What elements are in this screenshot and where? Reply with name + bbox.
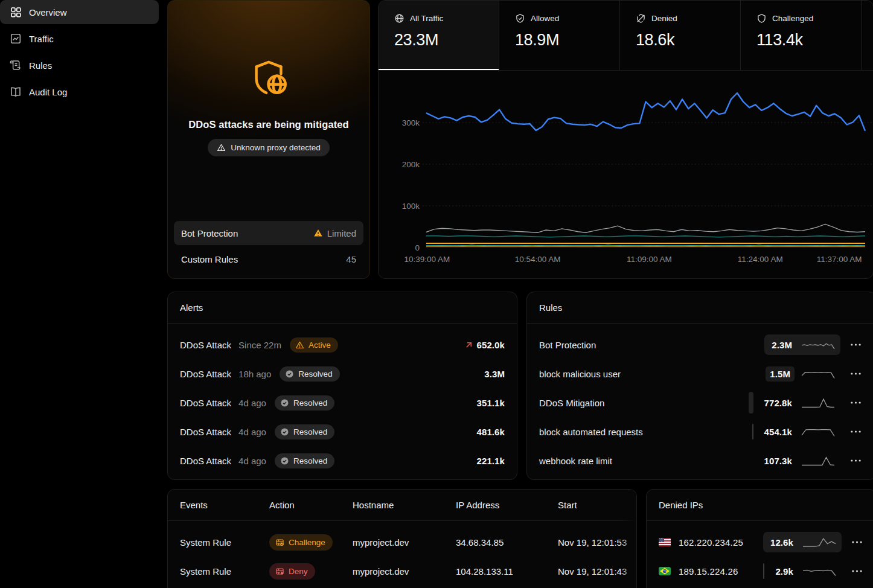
rule-name: DDoS Mitigation bbox=[539, 398, 749, 408]
denied-ip-value: 12.6k bbox=[768, 536, 796, 549]
events-rows: System RuleChallengemyproject.dev34.68.3… bbox=[168, 521, 636, 586]
alert-time: Since 22m bbox=[238, 340, 281, 350]
sidebar: OverviewTrafficRulesAudit Log bbox=[0, 0, 167, 588]
tab-value: 18.9M bbox=[515, 31, 619, 50]
summary-label: Custom Rules bbox=[181, 254, 238, 264]
x-axis-tick: 10:39:00 AM bbox=[405, 255, 450, 264]
alert-name: DDoS Attack bbox=[180, 340, 231, 350]
alert-value: 481.6k bbox=[477, 427, 505, 437]
sidebar-item-rules[interactable]: Rules bbox=[0, 53, 159, 77]
tab-value: 18.6k bbox=[636, 31, 740, 50]
rule-value: 107.3k bbox=[762, 455, 795, 467]
check-circle-icon bbox=[280, 398, 289, 407]
tab-label-group: Denied bbox=[636, 13, 740, 24]
rule-row[interactable]: Bot Protection2.3M bbox=[527, 330, 873, 359]
series-blue bbox=[426, 93, 865, 131]
sidebar-item-audit-log[interactable]: Audit Log bbox=[0, 80, 159, 104]
tab-denied[interactable]: Denied18.6k bbox=[620, 1, 741, 70]
summary-row-bot-protection[interactable]: Bot ProtectionLimited bbox=[174, 221, 363, 245]
alert-status-label: Active bbox=[309, 340, 331, 350]
alert-row[interactable]: DDoS AttackSince 22mActive652.0k bbox=[168, 330, 517, 359]
x-axis-tick: 11:24:00 AM bbox=[738, 255, 783, 264]
tab-label: Challenged bbox=[772, 14, 813, 23]
tab-all-traffic[interactable]: All Traffic23.3M bbox=[379, 1, 499, 70]
rule-menu-button[interactable] bbox=[845, 426, 866, 437]
sidebar-item-label: Traffic bbox=[29, 34, 54, 44]
sparkline bbox=[802, 564, 837, 578]
events-header: EventsActionHostnameIP AddressStart bbox=[168, 490, 636, 521]
alert-value: 221.1k bbox=[477, 456, 505, 466]
tab-label: Denied bbox=[651, 14, 677, 23]
rule-menu-button[interactable] bbox=[845, 397, 866, 408]
rule-menu-button[interactable] bbox=[845, 368, 866, 379]
denied-ips-panel: Denied IPs 162.220.234.2512.6k189.15.224… bbox=[646, 489, 873, 588]
traffic-card: All Traffic23.3MAllowed18.9MDenied18.6kC… bbox=[378, 0, 873, 279]
event-hostname: myproject.dev bbox=[353, 537, 456, 548]
tab-label: Allowed bbox=[531, 14, 559, 23]
alert-status-badge: Resolved bbox=[275, 453, 334, 468]
sidebar-item-traffic[interactable]: Traffic bbox=[0, 27, 159, 51]
rule-menu-button[interactable] bbox=[845, 455, 866, 466]
rule-row[interactable]: block automated requests454.1k bbox=[527, 417, 873, 446]
denied-ip-row[interactable]: 189.15.224.262.9k bbox=[647, 557, 873, 586]
alert-time: 4d ago bbox=[238, 398, 266, 408]
tab-label: All Traffic bbox=[410, 14, 443, 23]
event-row[interactable]: System RuleChallengemyproject.dev34.68.3… bbox=[168, 528, 636, 557]
traffic-chart[interactable]: 300k200k100k010:39:00 AM10:54:00 AM11:09… bbox=[379, 71, 873, 278]
rules-panel: Rules Bot Protection2.3Mblock malicious … bbox=[526, 292, 873, 480]
alert-row[interactable]: DDoS Attack18h agoResolved3.3M bbox=[168, 359, 517, 388]
rule-value-group: 2.3M bbox=[764, 334, 840, 355]
event-row[interactable]: System RuleDenymyproject.dev104.28.133.1… bbox=[168, 557, 636, 586]
warning-filled-icon bbox=[313, 228, 323, 238]
scrollbar-thumb[interactable] bbox=[749, 392, 753, 414]
rule-row[interactable]: DDoS Mitigation772.8k bbox=[527, 388, 873, 417]
denied-ip-menu-button[interactable] bbox=[846, 537, 868, 548]
y-axis-tick: 200k bbox=[402, 160, 420, 169]
tab-allowed[interactable]: Allowed18.9M bbox=[499, 1, 620, 70]
rule-row[interactable]: webhook rate limit107.3k bbox=[527, 446, 873, 475]
denied-ip-row[interactable]: 162.220.234.2512.6k bbox=[647, 528, 873, 557]
alert-row[interactable]: DDoS Attack4d agoResolved481.6k bbox=[168, 417, 517, 446]
shield-icon bbox=[756, 13, 767, 24]
tab-challenged[interactable]: Challenged113.4k bbox=[741, 1, 862, 70]
rule-row[interactable]: block malicious user1.5M bbox=[527, 359, 873, 388]
denied-ip-address: 162.220.234.25 bbox=[679, 537, 763, 548]
rule-value-group: 772.8k bbox=[757, 392, 840, 413]
event-ip: 34.68.34.85 bbox=[456, 537, 558, 548]
sparkline bbox=[802, 535, 837, 549]
scrollbar-thumb[interactable] bbox=[763, 563, 764, 579]
alert-name: DDoS Attack bbox=[180, 369, 231, 379]
unknown-proxy-label: Unknown proxy detected bbox=[231, 143, 321, 152]
shield-globe-icon bbox=[248, 57, 290, 100]
rule-value: 1.5M bbox=[766, 366, 795, 382]
mitigation-summary-rows: Bot ProtectionLimitedCustom Rules45 bbox=[174, 221, 363, 273]
tab-value: 113.4k bbox=[756, 31, 861, 50]
check-circle-icon bbox=[285, 369, 294, 379]
book-icon bbox=[10, 86, 22, 98]
check-circle-icon bbox=[280, 456, 289, 465]
denied-ips-title: Denied IPs bbox=[647, 490, 873, 521]
alert-status-label: Resolved bbox=[298, 369, 332, 379]
sidebar-item-label: Audit Log bbox=[29, 87, 67, 97]
alert-value: 652.0k bbox=[477, 340, 505, 350]
alerts-title: Alerts bbox=[168, 292, 517, 324]
alert-value: 351.1k bbox=[477, 398, 505, 408]
alert-name: DDoS Attack bbox=[180, 427, 231, 437]
rules-title: Rules bbox=[527, 292, 873, 324]
alert-row[interactable]: DDoS Attack4d agoResolved351.1k bbox=[168, 388, 517, 417]
arrow-up-right-icon bbox=[464, 340, 473, 350]
alert-row[interactable]: DDoS Attack4d agoResolved221.1k bbox=[168, 446, 517, 475]
alert-time: 4d ago bbox=[238, 427, 266, 437]
event-action-badge: Challenge bbox=[269, 534, 333, 551]
alert-status-badge: Resolved bbox=[275, 395, 334, 411]
denied-ip-menu-button[interactable] bbox=[846, 566, 868, 577]
x-axis-tick: 10:54:00 AM bbox=[515, 255, 561, 264]
sidebar-item-overview[interactable]: Overview bbox=[0, 0, 159, 24]
scrollbar-thumb[interactable] bbox=[752, 424, 753, 439]
alert-name: DDoS Attack bbox=[180, 456, 231, 466]
events-column-header: Action bbox=[269, 500, 353, 510]
rule-menu-button[interactable] bbox=[845, 339, 866, 350]
summary-row-custom-rules[interactable]: Custom Rules45 bbox=[174, 247, 363, 271]
unknown-proxy-badge: Unknown proxy detected bbox=[208, 139, 330, 156]
events-column-header: IP Address bbox=[456, 500, 558, 510]
